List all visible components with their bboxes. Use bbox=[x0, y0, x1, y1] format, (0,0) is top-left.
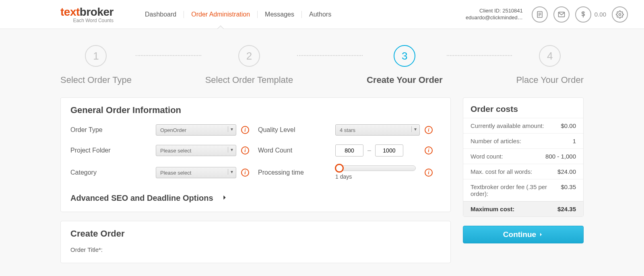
cost-total-label: Maximum cost: bbox=[471, 206, 514, 212]
create-order-title: Create Order bbox=[61, 221, 450, 245]
cost-label: Number of articles: bbox=[471, 138, 521, 144]
info-icon[interactable]: i bbox=[241, 146, 249, 154]
processing-time-slider[interactable] bbox=[335, 165, 416, 171]
messages-icon[interactable] bbox=[553, 6, 570, 23]
right-column: Order costs Currently available amount: … bbox=[463, 97, 584, 243]
dollar-icon[interactable] bbox=[575, 6, 591, 23]
order-costs-panel: Order costs Currently available amount: … bbox=[463, 97, 584, 217]
logo-part2: broker bbox=[80, 6, 114, 18]
project-folder-label: Project Folder bbox=[70, 147, 151, 154]
cost-row-fee: Textbroker order fee (.35 per order): $0… bbox=[463, 179, 583, 201]
order-type-label: Order Type bbox=[70, 126, 151, 134]
step-divider bbox=[297, 55, 363, 56]
order-title-label: Order Title*: bbox=[70, 246, 441, 253]
order-costs-title: Order costs bbox=[463, 98, 583, 118]
step-4[interactable]: 4 Place Your Order bbox=[516, 45, 584, 85]
step-2-label: Select Order Template bbox=[205, 75, 293, 85]
step-3-num: 3 bbox=[394, 45, 415, 67]
create-order-panel: Create Order Order Title*: bbox=[60, 221, 451, 263]
client-email: eduardo@clickminded… bbox=[466, 14, 523, 21]
step-2-num: 2 bbox=[238, 45, 260, 67]
cost-value: $24.00 bbox=[557, 168, 576, 175]
logo-tagline: Each Word Counts bbox=[60, 18, 114, 23]
step-3-label: Create Your Order bbox=[367, 75, 443, 85]
cost-value: $0.00 bbox=[561, 122, 576, 129]
continue-label: Continue bbox=[503, 230, 536, 239]
cost-label: Currently available amount: bbox=[471, 122, 544, 129]
cost-value: $0.35 bbox=[561, 183, 576, 197]
balance-amount: 0.00 bbox=[594, 11, 606, 18]
word-count-dash: – bbox=[367, 147, 371, 154]
advanced-options-toggle[interactable]: Advanced SEO and Deadline Options bbox=[61, 188, 450, 212]
info-icon[interactable]: i bbox=[425, 146, 433, 154]
order-type-select[interactable]: OpenOrder bbox=[156, 124, 236, 136]
info-icon[interactable]: i bbox=[425, 169, 433, 177]
cost-total-value: $24.35 bbox=[557, 206, 576, 212]
cost-row-wordcount: Word count: 800 - 1,000 bbox=[463, 148, 583, 164]
quality-level-label: Quality Level bbox=[258, 126, 330, 134]
left-column: General Order Information Order Type Ope… bbox=[60, 97, 451, 272]
word-count-inputs: – bbox=[335, 144, 420, 157]
balance: 0.00 bbox=[575, 6, 606, 23]
step-2[interactable]: 2 Select Order Template bbox=[205, 45, 293, 85]
info-icon[interactable]: i bbox=[241, 126, 249, 134]
client-info: Client ID: 2510841 eduardo@clickminded… bbox=[466, 8, 523, 21]
step-1-label: Select Order Type bbox=[60, 75, 132, 85]
documents-icon[interactable] bbox=[532, 6, 548, 23]
word-count-label: Word Count bbox=[258, 147, 330, 154]
word-count-min[interactable] bbox=[335, 144, 363, 157]
category-label: Category bbox=[70, 169, 151, 176]
step-divider bbox=[447, 55, 512, 56]
cost-label: Textbroker order fee (.35 per order): bbox=[471, 183, 561, 197]
header: textbroker Each Word Counts Dashboard Or… bbox=[0, 0, 644, 29]
cost-row-max: Max. cost for all words: $24.00 bbox=[463, 164, 583, 179]
general-order-title: General Order Information bbox=[61, 98, 450, 121]
step-3[interactable]: 3 Create Your Order bbox=[367, 45, 443, 85]
step-4-label: Place Your Order bbox=[516, 75, 584, 85]
processing-time-label: Processing time bbox=[258, 169, 330, 176]
general-form: Order Type OpenOrder i Quality Level 4 s… bbox=[61, 121, 450, 188]
content: General Order Information Order Type Ope… bbox=[0, 97, 644, 276]
gear-icon[interactable] bbox=[612, 6, 628, 23]
step-1-num: 1 bbox=[85, 45, 107, 67]
advanced-options-label: Advanced SEO and Deadline Options bbox=[70, 194, 213, 203]
order-title-field: Order Title*: bbox=[61, 245, 450, 263]
wizard-steps: 1 Select Order Type 2 Select Order Templ… bbox=[0, 29, 644, 97]
processing-time-value: 1 days bbox=[335, 173, 420, 180]
cost-row-available: Currently available amount: $0.00 bbox=[463, 118, 583, 133]
client-id: Client ID: 2510841 bbox=[466, 8, 523, 14]
nav-authors[interactable]: Authors bbox=[302, 11, 339, 18]
step-4-num: 4 bbox=[539, 45, 561, 67]
svg-point-6 bbox=[619, 13, 621, 15]
project-folder-select[interactable]: Please select bbox=[156, 145, 236, 156]
processing-time-slider-wrap: 1 days bbox=[335, 165, 420, 180]
nav-order-administration[interactable]: Order Administration bbox=[184, 11, 258, 18]
step-divider bbox=[136, 55, 201, 56]
slider-handle[interactable] bbox=[335, 164, 344, 173]
nav-dashboard[interactable]: Dashboard bbox=[138, 11, 184, 18]
nav-messages[interactable]: Messages bbox=[258, 11, 302, 18]
cost-row-total: Maximum cost: $24.35 bbox=[463, 201, 583, 216]
logo-text: textbroker bbox=[60, 6, 114, 19]
cost-label: Word count: bbox=[471, 153, 503, 160]
word-count-max[interactable] bbox=[375, 144, 403, 157]
quality-level-select-wrap: 4 stars bbox=[335, 124, 420, 136]
cost-value: 1 bbox=[573, 138, 576, 144]
step-1[interactable]: 1 Select Order Type bbox=[60, 45, 132, 85]
chevron-right-icon bbox=[539, 232, 543, 237]
header-right: Client ID: 2510841 eduardo@clickminded… … bbox=[466, 6, 628, 23]
general-order-panel: General Order Information Order Type Ope… bbox=[60, 97, 451, 212]
category-select[interactable]: Please select bbox=[156, 167, 236, 178]
info-icon[interactable]: i bbox=[241, 169, 249, 177]
logo[interactable]: textbroker Each Word Counts bbox=[60, 6, 114, 23]
quality-level-select[interactable]: 4 stars bbox=[335, 124, 420, 136]
continue-button[interactable]: Continue bbox=[463, 226, 584, 243]
cost-value: 800 - 1,000 bbox=[545, 153, 576, 160]
project-folder-select-wrap: Please select bbox=[156, 145, 236, 156]
order-type-select-wrap: OpenOrder bbox=[156, 124, 236, 136]
info-icon[interactable]: i bbox=[425, 126, 433, 134]
chevron-right-icon bbox=[221, 194, 228, 203]
cost-label: Max. cost for all words: bbox=[471, 168, 532, 175]
category-select-wrap: Please select bbox=[156, 167, 236, 178]
logo-part1: text bbox=[60, 6, 80, 18]
